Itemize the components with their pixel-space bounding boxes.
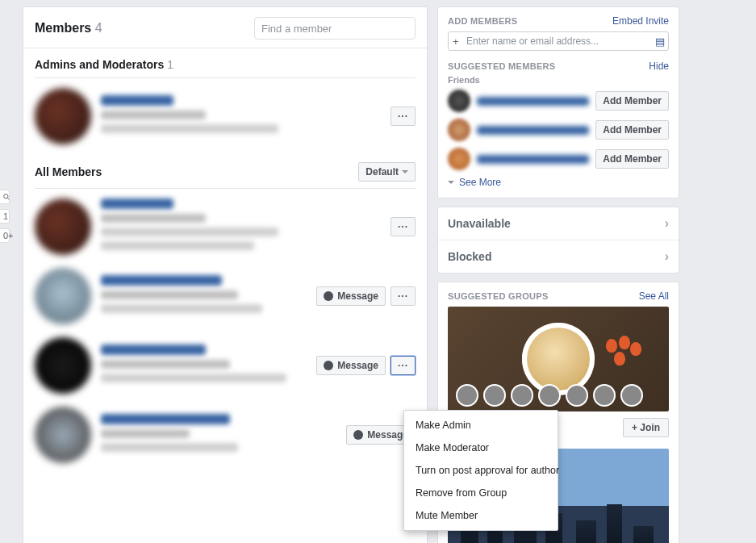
caret-down-icon	[448, 181, 454, 187]
embed-invite-link[interactable]: Embed Invite	[612, 15, 669, 27]
group-image-decor	[606, 336, 654, 368]
message-button[interactable]: Message	[316, 286, 386, 306]
sort-button[interactable]: Default	[358, 162, 416, 182]
member-row: Message ···	[35, 337, 416, 394]
group-thumbnail[interactable]	[448, 307, 669, 411]
member-subtext	[101, 290, 238, 299]
name-tag-icon[interactable]: ▤	[655, 36, 665, 48]
member-row: ···	[35, 198, 416, 255]
join-group-button[interactable]: + Join	[623, 418, 669, 437]
chevron-right-icon: ›	[665, 216, 669, 231]
see-more-link[interactable]: See More	[448, 177, 669, 188]
member-name[interactable]	[101, 198, 173, 209]
svg-point-0	[4, 194, 8, 198]
all-members-heading: All Members	[35, 165, 102, 178]
messenger-icon	[353, 430, 363, 440]
add-members-heading: ADD MEMBERS	[448, 16, 517, 26]
messenger-icon	[324, 361, 333, 370]
member-subtext	[101, 443, 238, 452]
suggested-member-row: Add Member	[448, 148, 669, 170]
svg-line-1	[7, 198, 9, 199]
suggested-name[interactable]	[477, 155, 589, 164]
members-heading: Members 4	[35, 21, 102, 36]
member-subtext	[101, 111, 206, 119]
avatar[interactable]	[35, 268, 91, 324]
member-row: Message ···	[35, 268, 416, 324]
member-subtext	[101, 124, 278, 133]
see-all-link[interactable]: See All	[639, 290, 669, 302]
message-button[interactable]: Message	[316, 356, 386, 375]
admins-count: 1	[167, 58, 173, 71]
member-more-button[interactable]: ···	[391, 217, 416, 236]
messenger-icon	[324, 291, 333, 301]
notif-chip-1[interactable]: 1	[0, 209, 10, 223]
member-more-button[interactable]: ···	[391, 356, 416, 375]
plus-icon: +	[453, 36, 459, 48]
hide-link[interactable]: Hide	[649, 61, 669, 72]
avatar[interactable]	[35, 407, 91, 463]
member-subtext	[101, 374, 286, 382]
member-subtext	[101, 214, 206, 223]
members-card: Members 4 Admins and Moderators 1	[23, 6, 428, 543]
friends-label: Friends	[448, 75, 669, 85]
add-member-button[interactable]: Add Member	[595, 120, 669, 140]
admin-row: ···	[35, 88, 416, 144]
search-chip[interactable]	[0, 190, 10, 204]
menu-item-make-admin[interactable]: Make Admin	[404, 414, 558, 436]
suggested-member-row: Add Member	[448, 90, 669, 112]
suggested-name[interactable]	[477, 97, 589, 106]
member-subtext	[101, 360, 230, 369]
add-member-button[interactable]: Add Member	[595, 149, 669, 169]
add-members-card: ADD MEMBERS Embed Invite + ▤ SUGGESTED M…	[437, 6, 679, 198]
avatar[interactable]	[35, 88, 91, 144]
member-subtext	[101, 228, 278, 236]
avatar[interactable]	[448, 90, 470, 112]
suggested-name[interactable]	[477, 126, 589, 135]
menu-item-remove[interactable]: Remove from Group	[404, 482, 558, 504]
member-actions-menu: Make Admin Make Moderator Turn on post a…	[403, 410, 558, 531]
suggested-member-row: Add Member	[448, 119, 669, 141]
suggested-groups-heading: SUGGESTED GROUPS	[448, 291, 549, 301]
add-member-input[interactable]	[448, 31, 669, 51]
member-name[interactable]	[101, 275, 222, 286]
member-name[interactable]	[101, 345, 206, 355]
member-name[interactable]	[101, 414, 230, 424]
avatar[interactable]	[448, 148, 470, 170]
notif-chip-2[interactable]: 0+	[0, 228, 10, 243]
member-more-button[interactable]: ···	[391, 286, 416, 306]
suggested-members-heading: SUGGESTED MEMBERS	[448, 61, 555, 71]
blocked-link[interactable]: Blocked›	[438, 240, 679, 273]
member-subtext	[101, 304, 262, 313]
member-filter-card: Unavailable› Blocked›	[437, 207, 679, 274]
avatar[interactable]	[35, 337, 91, 394]
caret-down-icon	[402, 170, 408, 177]
member-name[interactable]	[101, 95, 173, 106]
add-member-button[interactable]: Add Member	[595, 91, 669, 111]
find-member-input[interactable]	[254, 17, 416, 40]
menu-item-post-approval[interactable]: Turn on post approval for author	[404, 459, 558, 482]
members-count: 4	[95, 21, 102, 35]
avatar[interactable]	[35, 198, 91, 255]
unavailable-link[interactable]: Unavailable›	[438, 207, 679, 240]
chevron-right-icon: ›	[665, 249, 669, 264]
group-member-avatars	[456, 384, 643, 407]
menu-item-make-moderator[interactable]: Make Moderator	[404, 436, 558, 459]
member-more-button[interactable]: ···	[391, 107, 416, 126]
member-row: Message	[35, 407, 416, 463]
member-subtext	[101, 429, 190, 438]
search-icon	[3, 194, 10, 200]
menu-item-mute[interactable]: Mute Member	[404, 504, 558, 527]
admins-heading: Admins and Moderators 1	[35, 58, 173, 71]
member-subtext	[101, 241, 254, 250]
avatar[interactable]	[448, 119, 470, 141]
